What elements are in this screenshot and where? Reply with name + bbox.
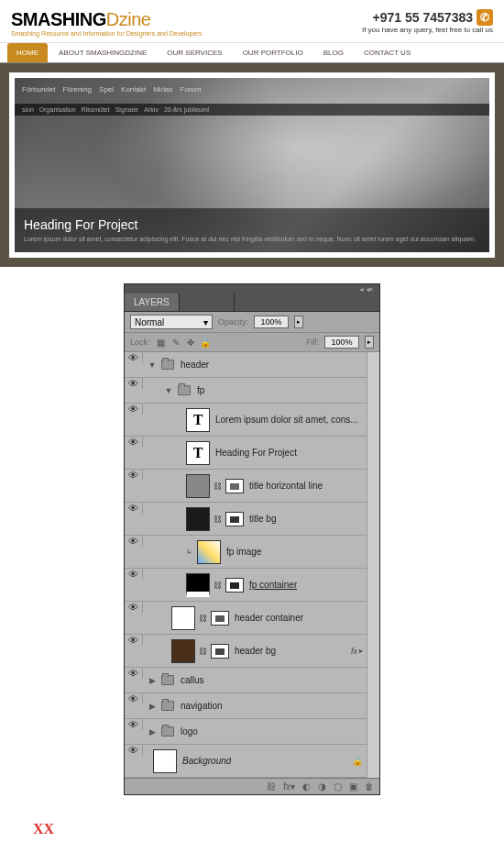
layers-panel: ◄◄ ✕ LAYERS Normal▾ Opacity: 100% ▸ Lock… xyxy=(124,283,380,795)
close-icon[interactable]: ✕ xyxy=(368,286,376,293)
link-icon[interactable]: ⛓ xyxy=(199,647,207,656)
visibility-icon[interactable]: 👁 xyxy=(125,569,143,580)
visibility-icon[interactable]: 👁 xyxy=(125,536,143,547)
visibility-icon[interactable]: 👁 xyxy=(125,470,143,481)
layer-background[interactable]: 👁 Background 🔒 xyxy=(125,745,367,778)
panel-footer: ⛓ fx▾ ◐ ◑ ▢ ▣ 🗑 xyxy=(125,778,379,794)
visibility-icon[interactable]: 👁 xyxy=(125,693,143,704)
folder-icon xyxy=(161,360,174,370)
nav-services[interactable]: OUR SERVICES xyxy=(158,43,231,62)
tab-empty[interactable] xyxy=(180,294,235,311)
mask-thumb xyxy=(211,611,229,626)
folder-icon xyxy=(161,726,174,737)
nav-home[interactable]: HOME xyxy=(7,43,48,62)
visibility-icon[interactable]: 👁 xyxy=(125,635,143,646)
visibility-icon[interactable]: 👁 xyxy=(125,719,143,730)
hero-tabs: Förbundet Förening Spel Kontakt Midas Fo… xyxy=(22,85,202,94)
layer-thumb xyxy=(197,540,221,564)
hero-title: Heading For Project xyxy=(24,217,480,232)
lock-transparency-icon[interactable]: ▦ xyxy=(156,337,167,348)
expand-icon[interactable]: ▶ xyxy=(147,702,158,711)
visibility-icon[interactable]: 👁 xyxy=(125,352,143,363)
link-icon[interactable]: ⛓ xyxy=(214,515,222,524)
opacity-flyout-icon[interactable]: ▸ xyxy=(294,316,303,328)
fx-badge[interactable]: fx xyxy=(351,647,359,656)
logo-text-2: Dzine xyxy=(106,9,151,29)
visibility-icon[interactable]: 👁 xyxy=(125,437,143,448)
main-nav: HOME ABOUT SMASHINGDZINE OUR SERVICES OU… xyxy=(0,42,504,63)
phone-icon: ✆ xyxy=(477,9,493,26)
hero-image: Förbundet Förening Spel Kontakt Midas Fo… xyxy=(15,78,489,252)
link-icon[interactable]: ⛓ xyxy=(214,482,222,491)
hero-subtabs: sion Organisation Riksmötet Signaler Ark… xyxy=(15,104,489,116)
expand-icon[interactable]: ▼ xyxy=(163,386,174,395)
lock-position-icon[interactable]: ✥ xyxy=(185,337,196,348)
hero-wrapper: Förbundet Förening Spel Kontakt Midas Fo… xyxy=(0,63,504,267)
mask-icon[interactable]: ◐ xyxy=(302,781,311,792)
link-icon[interactable]: ⛓ xyxy=(214,581,222,590)
panel-titlebar[interactable]: ◄◄ ✕ xyxy=(125,284,379,294)
folder-icon xyxy=(178,385,191,395)
mask-thumb xyxy=(225,479,244,493)
visibility-icon[interactable]: 👁 xyxy=(125,404,143,415)
delete-icon[interactable]: 🗑 xyxy=(365,781,374,792)
adjustment-icon[interactable]: ◑ xyxy=(318,781,326,792)
layer-header-bg[interactable]: 👁 ⛓ header bg fx ▸ xyxy=(125,635,367,668)
layer-lorem[interactable]: 👁 T Lorem ipsum dolor sit amet, cons... xyxy=(125,404,367,437)
layer-fp-image[interactable]: 👁 ↳ fp image xyxy=(125,536,367,569)
folder-icon xyxy=(161,675,174,685)
text-layer-icon: T xyxy=(186,441,210,465)
panel-tabs: LAYERS xyxy=(125,294,379,312)
mask-thumb xyxy=(225,578,244,593)
fx-expand-icon[interactable]: ▸ xyxy=(359,647,363,655)
layer-title-bg[interactable]: 👁 ⛓ title bg xyxy=(125,503,367,536)
nav-portfolio[interactable]: OUR PORTFOLIO xyxy=(234,43,312,62)
new-group-icon[interactable]: ▢ xyxy=(334,781,342,792)
opacity-value[interactable]: 100% xyxy=(254,316,289,328)
fill-label: Fill: xyxy=(306,338,319,347)
layer-title-hline[interactable]: 👁 ⛓ title horizontal line xyxy=(125,470,367,503)
phone-number: +971 55 7457383✆ xyxy=(362,9,493,26)
scrollbar[interactable] xyxy=(367,352,379,778)
layer-group-header[interactable]: 👁 ▼ header xyxy=(125,352,367,378)
clip-icon[interactable]: ↳ xyxy=(183,548,194,556)
visibility-icon[interactable]: 👁 xyxy=(125,503,143,514)
lock-pixels-icon[interactable]: ✎ xyxy=(170,337,181,348)
fx-icon[interactable]: fx▾ xyxy=(283,781,295,792)
hero-caption: Heading For Project Lorem ipsum dolor si… xyxy=(15,208,489,252)
expand-icon[interactable]: ▶ xyxy=(147,676,158,685)
layer-thumb xyxy=(153,749,177,773)
nav-blog[interactable]: BLOG xyxy=(314,43,353,62)
layer-list[interactable]: 思缘设计论坛 👁 ▼ header 👁 ▼ fp 👁 T Lorem ipsum… xyxy=(125,352,367,778)
fill-value[interactable]: 100% xyxy=(324,336,359,349)
layer-group-navigation[interactable]: 👁 ▶ navigation xyxy=(125,693,367,719)
visibility-icon[interactable]: 👁 xyxy=(125,745,143,756)
layer-header-container[interactable]: 👁 ⛓ header container xyxy=(125,602,367,635)
logo-text-1: SMASHING xyxy=(11,9,106,29)
visibility-icon[interactable]: 👁 xyxy=(125,602,143,613)
expand-icon[interactable]: ▶ xyxy=(147,727,158,737)
layer-group-logo[interactable]: 👁 ▶ logo xyxy=(125,719,367,745)
expand-icon[interactable]: ▼ xyxy=(147,360,158,370)
lock-all-icon[interactable]: 🔒 xyxy=(200,337,211,348)
contact-block: +971 55 7457383✆ If you have any query, … xyxy=(362,9,493,37)
visibility-icon[interactable]: 👁 xyxy=(125,668,143,679)
layer-fp-container[interactable]: 👁 ⛓ fp container xyxy=(125,569,367,602)
link-layers-icon[interactable]: ⛓ xyxy=(267,781,276,792)
mask-thumb xyxy=(211,644,229,659)
visibility-icon[interactable]: 👁 xyxy=(125,378,143,389)
new-layer-icon[interactable]: ▣ xyxy=(349,781,357,792)
layer-group-fp[interactable]: 👁 ▼ fp xyxy=(125,378,367,404)
layer-heading[interactable]: 👁 T Heading For Project xyxy=(125,437,367,470)
chevron-down-icon: ▾ xyxy=(203,317,208,327)
nav-about[interactable]: ABOUT SMASHINGDZINE xyxy=(49,43,156,62)
tagline: Smashing Resource and Information for De… xyxy=(11,30,202,37)
collapse-icon[interactable]: ◄◄ xyxy=(358,286,366,293)
layer-group-callus[interactable]: 👁 ▶ callus xyxy=(125,668,367,693)
tab-layers[interactable]: LAYERS xyxy=(125,294,180,311)
nav-contact[interactable]: CONTACT US xyxy=(355,43,420,62)
layer-thumb xyxy=(186,474,210,498)
fill-flyout-icon[interactable]: ▸ xyxy=(365,336,374,349)
link-icon[interactable]: ⛓ xyxy=(199,614,207,623)
blend-mode-select[interactable]: Normal▾ xyxy=(130,315,213,329)
